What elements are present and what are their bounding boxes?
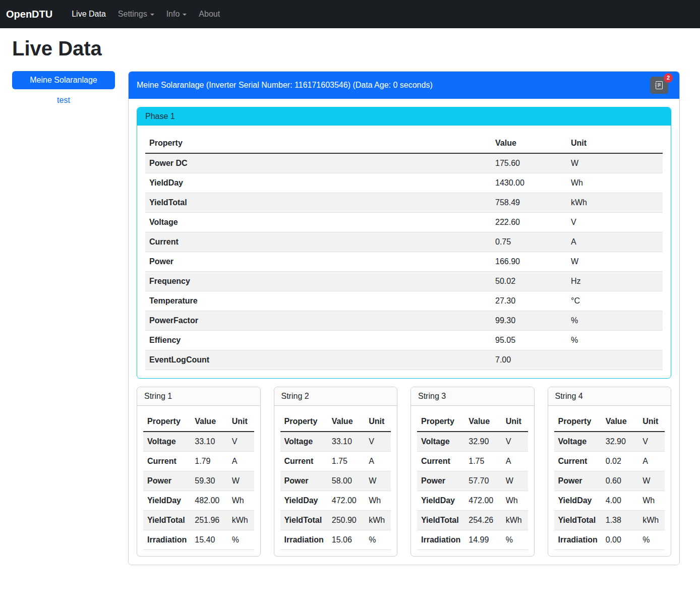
property-cell: Power [145, 252, 491, 272]
nav-item-label: Live Data [72, 10, 106, 18]
table-row: Current 1.79 A [143, 452, 254, 471]
string-card-1: String 1 Property Value Unit [137, 387, 261, 557]
property-cell: Power [554, 471, 602, 491]
table-row: Current 0.75 A [145, 232, 663, 252]
column-header-value: Value [464, 412, 501, 432]
eventlog-button[interactable]: 2 [650, 77, 668, 94]
table-row: Power DC 175.60 W [145, 153, 663, 173]
property-cell: Voltage [280, 432, 328, 452]
unit-cell: V [502, 432, 528, 452]
property-cell: Effiency [145, 331, 491, 350]
value-cell: 4.00 [602, 491, 638, 511]
unit-cell: Wh [567, 173, 663, 193]
property-cell: Irradiation [280, 530, 328, 550]
string-4-table-body: Voltage 32.90 V Current 0.02 [554, 432, 665, 550]
value-cell: 222.60 [491, 213, 567, 232]
table-row: Current 1.75 A [417, 452, 528, 471]
property-cell: Irradiation [417, 530, 464, 550]
property-cell: YieldTotal [280, 511, 328, 530]
string-card-title: String 4 [548, 387, 671, 406]
string-2-table-body: Voltage 33.10 V Current 1.75 [280, 432, 391, 550]
column-header-unit: Unit [567, 134, 663, 153]
property-cell: Current [417, 452, 464, 471]
unit-cell: kWh [502, 511, 528, 530]
property-cell: YieldTotal [143, 511, 191, 530]
value-cell: 33.10 [328, 432, 365, 452]
nav-item-info[interactable]: Info [166, 10, 187, 19]
unit-cell [567, 350, 663, 370]
value-cell: 1.79 [191, 452, 227, 471]
property-cell: Voltage [145, 213, 491, 232]
nav-item-settings[interactable]: Settings [118, 10, 154, 19]
unit-cell: % [228, 530, 254, 550]
table-row: Voltage 33.10 V [280, 432, 391, 452]
unit-cell: kWh [365, 511, 391, 530]
navbar: OpenDTU Live Data Settings Info About [0, 0, 700, 28]
value-cell: 472.00 [328, 491, 365, 511]
value-cell: 758.49 [491, 193, 567, 213]
table-row: YieldTotal 254.26 kWh [417, 511, 528, 530]
value-cell: 251.96 [191, 511, 227, 530]
property-cell: EventLogCount [145, 350, 491, 370]
value-cell: 166.90 [491, 252, 567, 272]
unit-cell: V [228, 432, 254, 452]
unit-cell: A [567, 232, 663, 252]
sidebar-item-test[interactable]: test [12, 91, 115, 109]
unit-cell: A [638, 452, 665, 471]
column-header-unit: Unit [638, 412, 665, 432]
property-cell: Voltage [143, 432, 191, 452]
value-cell: 0.75 [491, 232, 567, 252]
unit-cell: % [567, 331, 663, 350]
property-cell: Temperature [145, 291, 491, 311]
unit-cell: % [502, 530, 528, 550]
table-row: Voltage 222.60 V [145, 213, 663, 232]
inverter-card: Meine Solaranlage (Inverter Serial Numbe… [128, 71, 680, 565]
table-row: Voltage 33.10 V [143, 432, 254, 452]
table-row: Effiency 95.05 % [145, 331, 663, 350]
value-cell: 59.30 [191, 471, 227, 491]
property-cell: YieldDay [143, 491, 191, 511]
unit-cell: kWh [638, 511, 665, 530]
unit-cell: Wh [502, 491, 528, 511]
column-header-property: Property [143, 412, 191, 432]
table-row: Power 166.90 W [145, 252, 663, 272]
string-card-title: String 1 [137, 387, 260, 406]
column-header-value: Value [491, 134, 567, 153]
column-header-unit: Unit [365, 412, 391, 432]
page: Live Data Meine Solaranlage test Meine S… [0, 28, 700, 578]
column-header-property: Property [145, 134, 491, 153]
value-cell: 1.75 [328, 452, 365, 471]
inverter-card-header: Meine Solaranlage (Inverter Serial Numbe… [129, 72, 679, 99]
value-cell: 27.30 [491, 291, 567, 311]
nav-item-about[interactable]: About [199, 10, 220, 19]
string-1-table-body: Voltage 33.10 V Current 1.79 [143, 432, 254, 550]
phase-card: Phase 1 Property Value Unit [137, 107, 671, 379]
value-cell: 99.30 [491, 311, 567, 331]
column-header-unit: Unit [228, 412, 254, 432]
nav-item-live-data[interactable]: Live Data [72, 10, 106, 19]
table-row: Temperature 27.30 °C [145, 291, 663, 311]
chevron-down-icon [150, 14, 154, 16]
value-cell: 175.60 [491, 153, 567, 173]
sidebar-item-meine-solaranlage[interactable]: Meine Solaranlage [12, 71, 115, 89]
property-cell: Current [280, 452, 328, 471]
column-header-value: Value [328, 412, 365, 432]
table-row: Frequency 50.02 Hz [145, 272, 663, 291]
inverter-list: Meine Solaranlage test [12, 71, 115, 109]
unit-cell: W [567, 153, 663, 173]
property-cell: YieldTotal [554, 511, 602, 530]
value-cell: 472.00 [464, 491, 501, 511]
property-cell: Current [554, 452, 602, 471]
table-row: Irradiation 15.40 % [143, 530, 254, 550]
table-header-row: Property Value Unit [145, 134, 663, 153]
table-row: YieldTotal 1.38 kWh [554, 511, 665, 530]
property-cell: Frequency [145, 272, 491, 291]
journal-text-icon [655, 81, 663, 89]
property-cell: Power [280, 471, 328, 491]
table-row: PowerFactor 99.30 % [145, 311, 663, 331]
unit-cell: V [365, 432, 391, 452]
navbar-brand[interactable]: OpenDTU [6, 9, 52, 20]
table-row: YieldTotal 250.90 kWh [280, 511, 391, 530]
property-cell: Power [143, 471, 191, 491]
property-cell: Power DC [145, 153, 491, 173]
